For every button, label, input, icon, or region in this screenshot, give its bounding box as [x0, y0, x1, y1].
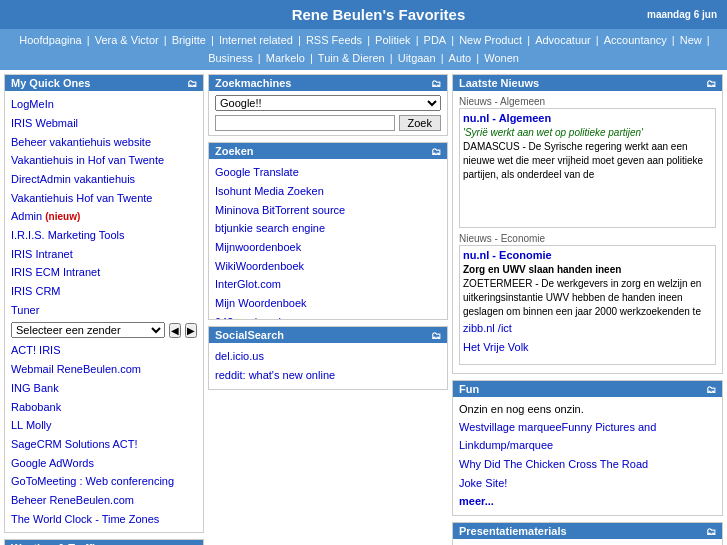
mid-column: Zoekmachines 🗂 Google!! Yahoo Bing Zoek … — [208, 74, 448, 545]
list-item[interactable]: Westvillage marqueeFunny Pictures and Li… — [459, 418, 716, 455]
quick-ones-icon: 🗂 — [187, 78, 197, 89]
social-header: SocialSearch 🗂 — [209, 327, 447, 343]
list-item[interactable]: del.icio.us — [215, 347, 441, 366]
economie-links: zibb.nl /ictHet Vrije Volk — [463, 319, 712, 356]
list-item[interactable]: Tuner — [11, 301, 197, 320]
zoekmachines-header: Zoekmachines 🗂 — [209, 75, 447, 91]
fun-icon: 🗂 — [706, 384, 716, 395]
presentatie-title: Presentatiematerials — [459, 525, 567, 537]
nav-item[interactable]: Uitgaan — [398, 52, 436, 64]
nav-item[interactable]: Politiek — [375, 34, 410, 46]
list-item[interactable]: Het Vrije Volk — [463, 338, 712, 357]
fun-header: Fun 🗂 — [453, 381, 722, 397]
list-item[interactable]: Beheer ReneBeulen.com — [11, 491, 197, 510]
nav-item[interactable]: Internet related — [219, 34, 293, 46]
social-section: SocialSearch 🗂 del.icio.usreddit: what's… — [208, 326, 448, 389]
nieuws-title: Laatste Nieuws — [459, 77, 539, 89]
list-item[interactable]: btjunkie search engine — [215, 219, 441, 238]
nieuws-section: Laatste Nieuws 🗂 Nieuws - Algemeen nu.nl… — [452, 74, 723, 374]
list-item[interactable]: IRIS Webmail — [11, 114, 197, 133]
zoeken-icon: 🗂 — [431, 146, 441, 157]
list-item[interactable]: IRIS Intranet — [11, 245, 197, 264]
nav-item[interactable]: Hoofdpagina — [19, 34, 81, 46]
zoekmachines-title: Zoekmachines — [215, 77, 291, 89]
social-content: del.icio.usreddit: what's new online — [209, 343, 447, 388]
zender-prev[interactable]: ◀ — [169, 323, 181, 338]
nav-bar: Hoofdpagina | Vera & Victor | Brigitte |… — [0, 29, 727, 70]
list-item[interactable]: Webmail ReneBeulen.com — [11, 360, 197, 379]
list-item[interactable]: I.R.I.S. Marketing Tools — [11, 226, 197, 245]
presentatie-header: Presentatiematerials 🗂 — [453, 523, 722, 539]
list-item[interactable]: Vakantiehuis Hof van Twente — [11, 189, 197, 208]
zender-select[interactable]: Selecteer een zender — [11, 322, 165, 338]
nieuws-algemeen-scroll[interactable]: nu.nl - Algemeen 'Syrië werkt aan wet op… — [459, 108, 716, 228]
nav-item[interactable]: Advocatuur — [535, 34, 591, 46]
list-item[interactable]: DirectAdmin vakantiehuis — [11, 170, 197, 189]
search-button[interactable]: Zoek — [399, 115, 441, 131]
list-item[interactable]: Mininova BitTorrent source — [215, 201, 441, 220]
nav-item[interactable]: Accountancy — [604, 34, 667, 46]
nav-item[interactable]: Wonen — [484, 52, 519, 64]
list-item[interactable]: Mijnwoordenboek — [215, 238, 441, 257]
list-item[interactable]: Admin (nieuw) — [11, 207, 197, 226]
nav-item[interactable]: Vera & Victor — [95, 34, 159, 46]
list-item[interactable]: LL Molly — [11, 416, 197, 435]
zoeken-title: Zoeken — [215, 145, 254, 157]
nieuw-badge: (nieuw) — [45, 211, 80, 222]
list-item[interactable]: SageCRM Solutions ACT! — [11, 435, 197, 454]
nav-item[interactable]: Tuin & Dieren — [318, 52, 385, 64]
search-engine-select[interactable]: Google!! Yahoo Bing — [215, 95, 441, 111]
list-item[interactable]: ACT! IRIS — [11, 341, 197, 360]
nieuws-algemeen-title: nu.nl - Algemeen — [463, 112, 712, 124]
zoeken-content: Google TranslateIsohunt Media ZoekenMini… — [209, 159, 447, 319]
nav-item[interactable]: PDA — [424, 34, 447, 46]
list-item[interactable]: Mijn Woordenboek — [215, 294, 441, 313]
list-item[interactable]: WikiWoordenboek — [215, 257, 441, 276]
list-item[interactable]: The World Clock - Time Zones — [11, 510, 197, 529]
right-column: Laatste Nieuws 🗂 Nieuws - Algemeen nu.nl… — [452, 74, 723, 545]
list-item[interactable]: LogMeIn — [11, 95, 197, 114]
zender-next[interactable]: ▶ — [185, 323, 197, 338]
list-item[interactable]: Isohunt Media Zoeken — [215, 182, 441, 201]
zoekmachines-icon: 🗂 — [431, 78, 441, 89]
list-item[interactable]: IRIS ECM Intranet — [11, 263, 197, 282]
list-item[interactable]: 043.pagina.nl — [215, 313, 441, 320]
list-item[interactable]: Rabobank — [11, 398, 197, 417]
quick-ones-content: LogMeInIRIS WebmailBeheer vakantiehuis w… — [5, 91, 203, 532]
nav-item[interactable]: Brigitte — [172, 34, 206, 46]
nieuws-economie-scroll[interactable]: nu.nl - Economie Zorg en UWV slaan hande… — [459, 245, 716, 365]
list-item[interactable]: zibb.nl /ict — [463, 319, 712, 338]
nieuws-economie-headline: Zorg en UWV slaan handen ineen — [463, 263, 712, 277]
header-date: maandag 6 jun — [647, 9, 717, 20]
meer-link[interactable]: meer... — [459, 492, 716, 511]
list-item[interactable]: InterGlot.com — [215, 275, 441, 294]
nieuws-icon: 🗂 — [706, 78, 716, 89]
presentatie-icon: 🗂 — [706, 526, 716, 537]
list-item[interactable]: GoToMeeting : Web conferencing — [11, 472, 197, 491]
list-item[interactable]: ING Bank — [11, 379, 197, 398]
list-item[interactable]: Google Translate — [215, 163, 441, 182]
fun-text: Onzin en nog eens onzin. — [459, 401, 716, 418]
social-icon: 🗂 — [431, 330, 441, 341]
list-item[interactable]: Google AdWords — [11, 454, 197, 473]
list-item[interactable]: IRIS CRM — [11, 282, 197, 301]
zender-dropdown-row: Selecteer een zender ◀ ▶ — [11, 322, 197, 338]
nav-item[interactable]: RSS Feeds — [306, 34, 362, 46]
nav-item[interactable]: Markelo — [266, 52, 305, 64]
presentatie-section: Presentatiematerials 🗂 MS Design Gallery… — [452, 522, 723, 545]
nieuws-content: Nieuws - Algemeen nu.nl - Algemeen 'Syri… — [453, 91, 722, 373]
list-item[interactable]: Joke Site! — [459, 474, 716, 493]
list-item[interactable]: Vakantiehuis in Hof van Twente — [11, 151, 197, 170]
nav-item[interactable]: Business — [208, 52, 253, 64]
nav-item[interactable]: New — [680, 34, 702, 46]
nieuws-header: Laatste Nieuws 🗂 — [453, 75, 722, 91]
quick-ones-title: My Quick Ones — [11, 77, 90, 89]
nav-item[interactable]: New Product — [459, 34, 522, 46]
list-item[interactable]: Beheer vakantiehuis website — [11, 133, 197, 152]
list-item[interactable]: Why Did The Chicken Cross The Road — [459, 455, 716, 474]
search-input[interactable] — [215, 115, 395, 131]
list-item[interactable]: reddit: what's new online — [215, 366, 441, 385]
nav-item[interactable]: Auto — [449, 52, 472, 64]
zoeken-section: Zoeken 🗂 Google TranslateIsohunt Media Z… — [208, 142, 448, 320]
zoekmachines-section: Zoekmachines 🗂 Google!! Yahoo Bing Zoek — [208, 74, 448, 136]
